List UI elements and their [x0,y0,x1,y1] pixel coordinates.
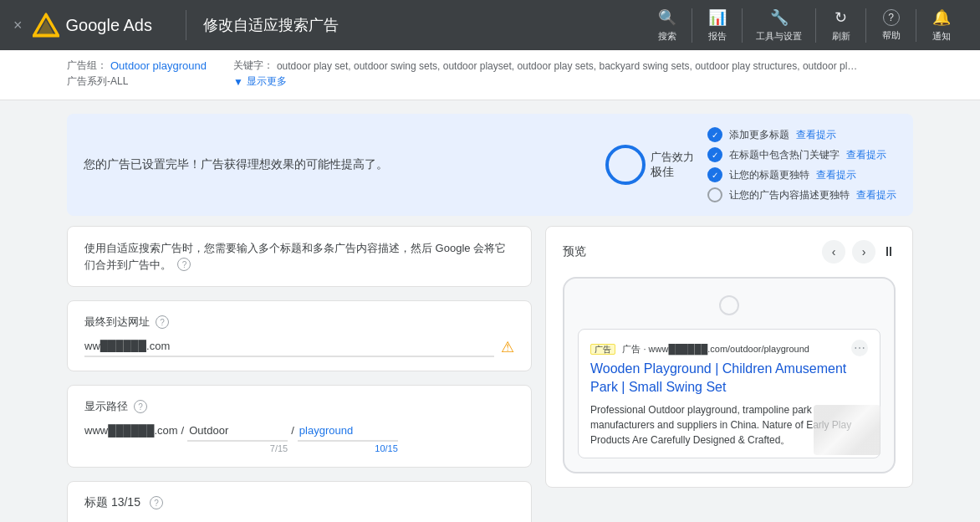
path-field-2: 10/15 [298,421,398,453]
logo: Google Ads [33,12,152,38]
nav-notifications[interactable]: 🔔 通知 [916,8,967,43]
empty-check-icon-3 [707,187,722,202]
status-banner: 您的广告已设置完毕！广告获得理想效果的可能性提高了。 广告效力 极佳 ✓ 添加更… [67,114,913,216]
preview-next-button[interactable]: › [852,240,875,264]
two-col-layout: 使用自适应搜索广告时，您需要输入多个标题和多条广告内容描述，然后 Google … [67,226,913,522]
ad-url-section: 广告 广告 · www██████.com/outdoor/playground [590,340,809,356]
suggestion-item-2: ✓ 让您的标题更独特 查看提示 [707,167,896,182]
check-icon-1: ✓ [707,147,722,162]
google-ads-logo-icon [33,12,59,38]
suggestion-item-3: 让您的广告内容描述更独特 查看提示 [707,187,896,202]
path2-input[interactable] [298,421,398,442]
suggestion-text-2: 让您的标题更独特 [729,168,809,182]
path-slash-2: / [291,421,294,437]
intro-help-icon[interactable]: ? [177,258,191,271]
path2-count: 10/15 [298,443,398,453]
tools-icon: 🔧 [770,8,789,27]
intro-section: 使用自适应搜索广告时，您需要输入多个标题和多条广告内容描述，然后 Google … [67,226,532,287]
keywords-breadcrumb: 关键字： outdoor play set, outdoor swing set… [233,59,913,89]
headlines-help-icon[interactable]: ? [150,496,163,509]
preview-title: 预览 [563,244,586,259]
right-column: 预览 ‹ › ⏸ 广告 广告 · www██████.com/outdoor/p… [545,226,913,522]
final-url-input-row: ⚠ [84,336,514,357]
suggestion-link-0[interactable]: 查看提示 [796,128,836,142]
suggestion-text-0: 添加更多标题 [729,128,789,142]
quality-value: 极佳 [651,165,694,180]
reports-icon: 📊 [708,8,727,27]
ad-group-row: 广告组： Outdoor playground [67,59,207,73]
preview-prev-button[interactable]: ‹ [822,240,845,264]
show-more-link[interactable]: ▼ 显示更多 [233,74,913,89]
left-column: 使用自适应搜索广告时，您需要输入多个标题和多条广告内容描述，然后 Google … [67,226,532,522]
suggestion-link-3[interactable]: 查看提示 [856,188,896,202]
campaign-label: 广告系列-ALL [67,74,207,89]
show-more-label: 显示更多 [247,74,287,89]
warning-icon: ⚠ [501,338,514,356]
display-path-label: 显示路径 ? [84,399,514,414]
preview-pause-button[interactable]: ⏸ [882,244,896,259]
status-left: 您的广告已设置完毕！广告获得理想效果的可能性提高了。 [84,157,388,172]
ad-quality: 广告效力 极佳 [605,145,694,185]
path-help-icon[interactable]: ? [134,400,147,413]
check-icon-2: ✓ [707,167,722,182]
search-icon: 🔍 [658,8,676,27]
keywords-label: 关键字： [233,59,273,73]
main-content: 您的广告已设置完毕！广告获得理想效果的可能性提高了。 广告效力 极佳 ✓ 添加更… [0,100,980,522]
nav-help[interactable]: ? 帮助 [866,9,916,42]
headlines-section: 标题 13/15 ? ∧ 根据您的网站和现有广告生成的候选素材资源 + + In… [67,481,532,522]
nav-actions: 🔍 搜索 📊 报告 🔧 工具与设置 ↻ 刷新 ? 帮助 🔔 通知 [642,8,967,43]
final-url-section: 最终到达网址 ? ⚠ [67,300,532,371]
status-message: 您的广告已设置完毕！广告获得理想效果的可能性提高了。 [84,157,388,172]
keywords-text: outdoor play set, outdoor swing sets, ou… [277,60,862,72]
preview-nav: ‹ › ⏸ [822,240,896,264]
nav-divider [186,10,186,40]
top-navigation: × Google Ads 修改自适应搜索广告 🔍 搜索 📊 报告 🔧 工具与设置… [0,0,980,50]
quality-badge: 广告效力 极佳 [605,145,694,185]
path1-count: 7/15 [187,443,288,453]
headlines-label: 标题 13/15 [84,495,140,510]
path-slash-1: / [181,421,185,437]
phone-mock: 广告 广告 · www██████.com/outdoor/playground… [563,277,896,473]
nav-reports-label: 报告 [708,30,727,43]
notification-icon: 🔔 [932,8,951,27]
nav-tools[interactable]: 🔧 工具与设置 [743,8,816,43]
ad-url: 广告 · www██████.com/outdoor/playground [622,344,809,354]
chevron-down-icon: ▼ [233,76,243,88]
suggestion-link-2[interactable]: 查看提示 [816,168,856,182]
headlines-header: 标题 13/15 ? [84,495,514,510]
ad-group-label: 广告组： [67,59,107,73]
display-path-section: 显示路径 ? www██████.com / 7/15 / 10/15 [67,385,532,468]
ad-menu-icon[interactable]: ⋯ [851,340,868,356]
intro-text: 使用自适应搜索广告时，您需要输入多个标题和多条广告内容描述，然后 Google … [84,242,506,271]
breadcrumb-bar: 广告组： Outdoor playground 广告系列-ALL 关键字： ou… [0,50,980,100]
nav-refresh[interactable]: ↻ 刷新 [816,8,866,43]
ad-headline: Wooden Playground | Children Amusement P… [590,360,868,397]
refresh-icon: ↻ [835,8,847,27]
preview-header: 预览 ‹ › ⏸ [563,240,896,264]
suggestions-list: ✓ 添加更多标题 查看提示 ✓ 在标题中包含热门关键字 查看提示 ✓ 让您的标题… [707,127,896,202]
ad-badge: 广告 [590,344,615,355]
status-right: 广告效力 极佳 ✓ 添加更多标题 查看提示 ✓ 在标题中包含热门关键字 查看提示 [605,127,896,202]
final-url-input[interactable] [84,336,494,357]
suggestion-item-0: ✓ 添加更多标题 查看提示 [707,127,896,142]
suggestion-link-1[interactable]: 查看提示 [846,148,886,162]
quality-label: 广告效力 [651,150,694,165]
path-field-1: 7/15 [187,421,288,453]
phone-notch [719,295,739,315]
path-base-text: www██████.com [84,421,178,437]
ad-group-breadcrumb: 广告组： Outdoor playground 广告系列-ALL [67,59,207,89]
nav-refresh-label: 刷新 [832,30,850,43]
nav-reports[interactable]: 📊 报告 [692,8,743,43]
ad-url-row: 广告 广告 · www██████.com/outdoor/playground… [590,340,868,356]
page-title: 修改自适应搜索广告 [203,15,642,35]
suggestion-item-1: ✓ 在标题中包含热门关键字 查看提示 [707,147,896,162]
preview-section: 预览 ‹ › ⏸ 广告 广告 · www██████.com/outdoor/p… [545,226,913,488]
check-icon-0: ✓ [707,127,722,142]
final-url-help-icon[interactable]: ? [156,315,169,329]
close-icon[interactable]: × [13,17,23,34]
path1-input[interactable] [187,421,288,442]
help-icon: ? [883,9,900,26]
ad-group-value[interactable]: Outdoor playground [110,59,207,72]
quality-circle-icon [605,145,646,185]
nav-search[interactable]: 🔍 搜索 [642,8,692,43]
